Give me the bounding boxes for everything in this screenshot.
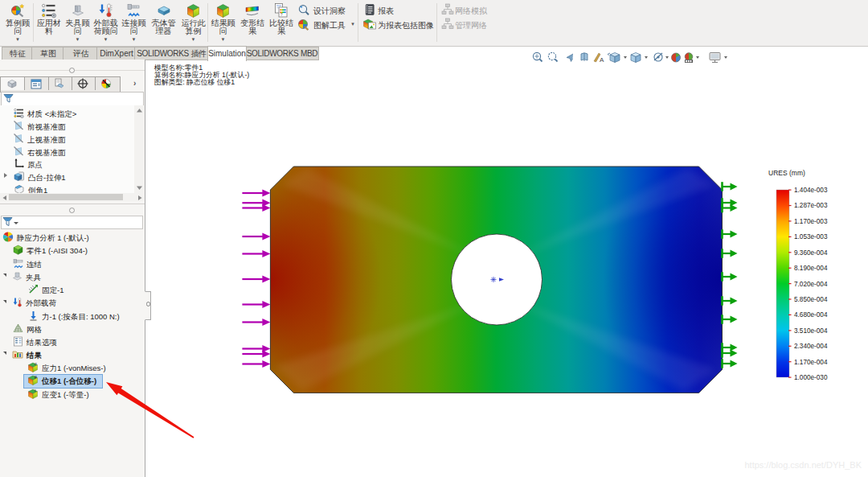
svg-text:3.510e-004: 3.510e-004 xyxy=(794,327,828,335)
svg-text:1.000e-030: 1.000e-030 xyxy=(794,374,828,381)
svg-text:A: A xyxy=(600,56,604,64)
svg-text:2.340e-004: 2.340e-004 xyxy=(794,343,828,350)
svg-text:URES (mm): URES (mm) xyxy=(768,169,805,177)
svg-text:4.680e-004: 4.680e-004 xyxy=(794,311,828,319)
svg-text:7.020e-004: 7.020e-004 xyxy=(794,281,828,288)
svg-text:8.190e-004: 8.190e-004 xyxy=(794,265,828,272)
svg-text:1.053e-003: 1.053e-003 xyxy=(794,233,828,241)
svg-text:ε: ε xyxy=(35,389,36,393)
svg-text:1.170e-003: 1.170e-003 xyxy=(794,218,828,225)
svg-text:1.404e-003: 1.404e-003 xyxy=(794,187,828,194)
svg-text:1.170e-004: 1.170e-004 xyxy=(794,359,828,366)
svg-text:9.360e-004: 9.360e-004 xyxy=(794,249,828,257)
svg-text:5.850e-004: 5.850e-004 xyxy=(794,296,828,303)
svg-text:μ: μ xyxy=(35,375,37,379)
svg-text:1.287e-003: 1.287e-003 xyxy=(794,202,828,209)
svg-text:σ: σ xyxy=(35,362,37,366)
